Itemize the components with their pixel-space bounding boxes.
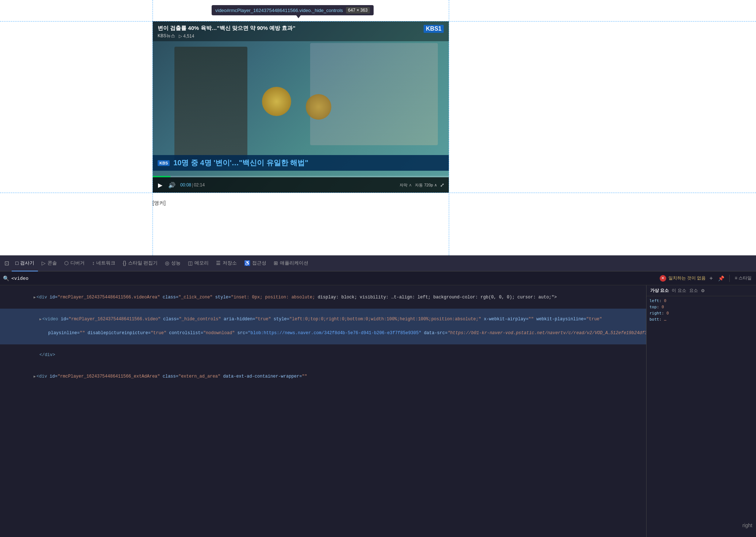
tab-debugger[interactable]: ⬡ 디버거 bbox=[61, 255, 88, 271]
console-tab-icon: ▷ bbox=[42, 260, 46, 266]
html-line-1[interactable]: ▶<div id="rmcPlayer_16243754486411566.vi… bbox=[0, 287, 646, 309]
style-rule-bottom: bott: … bbox=[649, 317, 753, 322]
devtools-toolbar: ⊡ □ 검사기 ▷ 콘솔 ⬡ 디버거 ↕ 네트워크 {} 스타일 편집기 ◎ 성… bbox=[0, 255, 756, 271]
html-attr-class-val-1: "_click_zone" bbox=[178, 295, 213, 300]
tab-style-editor[interactable]: {} 스타일 편집기 bbox=[119, 255, 161, 271]
scene-virus-1 bbox=[262, 87, 291, 116]
html-attr-aria: aria-hidden= bbox=[224, 317, 255, 322]
html-line-2[interactable]: ▶<video id="rmcPlayer_16243754486411566.… bbox=[0, 309, 646, 344]
time-total: 02:14 bbox=[194, 182, 205, 188]
video-title-bar: 변이 검출률 40% 육박…"백신 맞으면 약 90% 예방 효과" KBS뉴스… bbox=[153, 21, 449, 41]
search-pin-button[interactable]: 📌 bbox=[717, 275, 726, 281]
guide-line-vertical-right bbox=[449, 0, 449, 255]
html-attr-style-2: style= bbox=[274, 317, 289, 322]
html-attr-playsinline-val: "true" bbox=[586, 317, 602, 322]
kbs-logo: KBS1 bbox=[424, 25, 444, 33]
tab-performance[interactable]: ◎ 성능 bbox=[161, 255, 184, 271]
tab-inspector[interactable]: □ 검사기 bbox=[12, 255, 38, 271]
fullscreen-button[interactable]: ⤢ bbox=[440, 182, 444, 188]
style-val-bottom: … bbox=[664, 317, 667, 322]
controls-right: 자막 ∧ 자동 720p ∧ ⤢ bbox=[400, 182, 444, 188]
tab-storage[interactable]: ☰ 저장소 bbox=[212, 255, 240, 271]
debugger-tab-icon: ⬡ bbox=[64, 260, 69, 266]
debugger-tab-label: 디버거 bbox=[70, 260, 85, 266]
video-player[interactable]: 변이 검출률 40% 육박…"백신 맞으면 약 90% 예방 효과" KBS뉴스… bbox=[153, 21, 449, 193]
html-attr-id-4: id= bbox=[50, 374, 58, 379]
html-attr-airplay: x-webkit-airplay= bbox=[484, 317, 528, 322]
html-attr-id-val-4: "rmcPlayer_16243754486411566_extAdArea" bbox=[58, 374, 160, 379]
inspector-tab-icon: □ bbox=[15, 260, 18, 266]
search-filter-button[interactable]: ≡ 스타일 bbox=[733, 275, 753, 281]
html-attr-aria-val: "true" bbox=[255, 317, 271, 322]
html-tag-open-div-4: <div bbox=[36, 374, 50, 379]
expand-arrow-1[interactable]: ▶ bbox=[34, 295, 36, 300]
styles-tab-computed[interactable]: 가상 요소 bbox=[650, 287, 669, 294]
tab-accessibility[interactable]: ♿ 접근성 bbox=[240, 255, 270, 271]
html-line-3[interactable]: </div> bbox=[0, 344, 646, 366]
caption-button[interactable]: 자막 ∧ bbox=[400, 182, 412, 188]
tab-network[interactable]: ↕ 네트워크 bbox=[88, 255, 119, 271]
storage-tab-icon: ☰ bbox=[216, 260, 221, 266]
html-attr-playsinline: webkit-playsinline= bbox=[536, 317, 586, 322]
style-prop-left: left bbox=[649, 298, 659, 303]
html-line-2-cont: playsinline="" disablepictureinpicture="… bbox=[48, 331, 646, 336]
search-add-button[interactable]: + bbox=[708, 275, 714, 282]
network-tab-icon: ↕ bbox=[92, 260, 94, 266]
bottom-right-text: right bbox=[742, 522, 752, 528]
search-no-match-label: 일치하는 것이 없음 bbox=[668, 275, 706, 281]
console-tab-label: 콘솔 bbox=[47, 260, 57, 266]
video-controls[interactable]: ▶ 🔊 00:08 | 02:14 자막 ∧ 자동 720p ∧ ⤢ bbox=[153, 177, 449, 193]
subtitle-text: 10명 중 4명 '변이'…"백신이 유일한 해법" bbox=[173, 158, 308, 168]
video-channel: KBS뉴스 bbox=[158, 33, 175, 39]
subtitle-kbs-badge: KBS bbox=[158, 160, 170, 166]
tooltip-selector-text: video#rmcPlayer_16243754486411566.video.… bbox=[215, 8, 343, 13]
html-tag-open-div-1: <div bbox=[36, 295, 50, 300]
html-line-4[interactable]: ▶<div id="rmcPlayer_16243754486411566_ex… bbox=[0, 366, 646, 388]
anchor-text: [앵커] bbox=[153, 200, 166, 206]
performance-tab-label: 성능 bbox=[171, 260, 181, 266]
html-attr-airplay-val: "" bbox=[528, 317, 533, 322]
search-input[interactable] bbox=[11, 275, 657, 281]
tab-console[interactable]: ▷ 콘솔 bbox=[38, 255, 61, 271]
tab-memory[interactable]: ◫ 메모리 bbox=[184, 255, 212, 271]
html-attr-id-val-1: "rmcPlayer_16243754486411566.videoArea" bbox=[58, 295, 160, 300]
inspector-pick-icon[interactable]: ⊡ bbox=[1, 258, 12, 268]
html-panel: ▶<div id="rmcPlayer_16243754486411566.vi… bbox=[0, 285, 647, 537]
video-views: ▷ 4,514 bbox=[179, 34, 194, 39]
application-tab-label: 애플리케이션 bbox=[280, 260, 308, 266]
tab-application[interactable]: ⊞ 애플리케이션 bbox=[270, 255, 312, 271]
styles-tab-this[interactable]: 이 요소 bbox=[672, 287, 686, 294]
styles-tab-element[interactable]: 요소 bbox=[689, 287, 698, 294]
devtools-panel: ⊡ □ 검사기 ▷ 콘솔 ⬡ 디버거 ↕ 네트워크 {} 스타일 편집기 ◎ 성… bbox=[0, 255, 756, 537]
html-tag-open-video: <video bbox=[42, 317, 61, 322]
html-attr-id-1: id= bbox=[50, 295, 58, 300]
time-current: 00:08 bbox=[180, 182, 191, 188]
time-display: 00:08 | 02:14 bbox=[180, 182, 205, 188]
quality-button[interactable]: 자동 720p ∧ bbox=[415, 182, 437, 188]
html-attr-style-1: style= bbox=[215, 295, 231, 300]
memory-tab-icon: ◫ bbox=[188, 260, 193, 266]
html-attr-data-4: data-ext-ad-container-wrapper= bbox=[223, 374, 302, 379]
search-divider bbox=[729, 275, 730, 282]
subtitle-bar: KBS 10명 중 4명 '변이'…"백신이 유일한 해법" bbox=[153, 155, 449, 171]
html-attr-style-val-2: "left:0;top:0;right:0;bottom:0;width:100… bbox=[289, 317, 481, 322]
guide-line-horizontal-bottom bbox=[0, 193, 756, 193]
styles-panel: 가상 요소 이 요소 요소 ⚙ left: 0 top: 0 right: 0 … bbox=[647, 285, 756, 537]
search-icon: 🔍 bbox=[3, 275, 9, 281]
style-val-right: 0 bbox=[666, 311, 669, 316]
html-attr-class-2: class= bbox=[163, 317, 179, 322]
expand-arrow-4[interactable]: ▶ bbox=[34, 375, 36, 379]
search-clear-button[interactable]: ✕ bbox=[660, 275, 666, 282]
html-attr-style-val-1: "inset: 0px; position: absolute; bbox=[231, 295, 315, 300]
styles-gear-icon[interactable]: ⚙ bbox=[701, 288, 705, 293]
volume-button[interactable]: 🔊 bbox=[167, 182, 177, 189]
style-val-left: 0 bbox=[664, 298, 667, 303]
storage-tab-label: 저장소 bbox=[223, 260, 237, 266]
performance-tab-icon: ◎ bbox=[165, 260, 169, 266]
scene-anchor-person bbox=[174, 47, 247, 163]
html-attr-id-val-2: "rmcPlayer_16243754486411566.video" bbox=[69, 317, 161, 322]
style-prop-bottom: bott bbox=[649, 317, 659, 322]
play-button[interactable]: ▶ bbox=[157, 182, 163, 189]
html-attr-class-4: class= bbox=[163, 374, 178, 379]
expand-arrow-2[interactable]: ▶ bbox=[39, 317, 42, 321]
